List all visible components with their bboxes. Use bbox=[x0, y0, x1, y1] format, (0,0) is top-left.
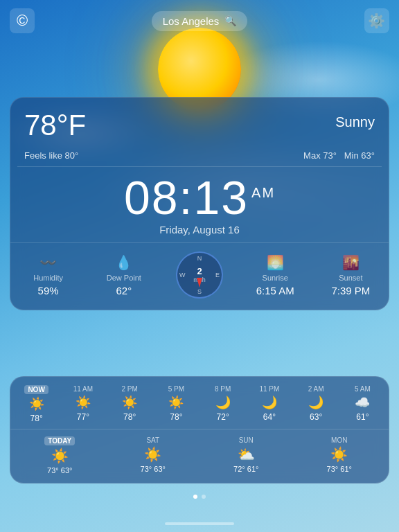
compass-west: W bbox=[179, 272, 186, 278]
dew-point-item: 💧 Dew Point 62° bbox=[86, 254, 161, 296]
compass-circle: N S E W 2 mph bbox=[176, 251, 223, 299]
sunset-item: 🌇 Sunset 7:39 PM bbox=[313, 254, 389, 296]
temp-range: Max 73° Min 63° bbox=[303, 150, 375, 161]
hourly-item: 8 PM🌙72° bbox=[200, 385, 246, 423]
sunrise-value: 6:15 AM bbox=[256, 285, 294, 296]
dew-point-label: Dew Point bbox=[107, 274, 141, 282]
hourly-item: 11 PM🌙64° bbox=[246, 385, 292, 423]
clock-section: 08:13AM Friday, August 16 bbox=[10, 167, 389, 242]
sunset-value: 7:39 PM bbox=[331, 285, 370, 296]
feels-like: Feels like 80° bbox=[24, 150, 78, 161]
sunset-icon: 🌇 bbox=[342, 254, 360, 271]
weather-card: 78°F Sunny Feels like 80° Max 73° Min 63… bbox=[10, 97, 389, 310]
hourly-item: 5 PM☀️78° bbox=[153, 385, 200, 423]
wind-needle bbox=[197, 278, 202, 287]
compass-south: S bbox=[197, 288, 202, 295]
sunrise-label: Sunrise bbox=[263, 274, 288, 282]
sunrise-item: 🌅 Sunrise 6:15 AM bbox=[238, 254, 313, 296]
home-bar bbox=[165, 522, 234, 525]
humidity-item: 〰️ Humidity 59% bbox=[10, 254, 86, 296]
clock-date: Friday, August 16 bbox=[24, 224, 375, 236]
dew-point-value: 62° bbox=[116, 285, 132, 296]
gear-icon: ⚙️ bbox=[368, 12, 385, 29]
page-dot-1 bbox=[193, 495, 197, 499]
humidity-value: 59% bbox=[38, 285, 59, 296]
daily-forecast-row: TODAY☀️73° 63°SAT☀️73° 63°SUN⛅72° 61°MON… bbox=[10, 429, 389, 483]
top-bar: © Los Angeles 🔍 ⚙️ bbox=[0, 8, 399, 33]
compass-east: E bbox=[215, 272, 220, 278]
current-temperature: 78°F bbox=[24, 109, 86, 142]
daily-item: SUN⛅72° 61° bbox=[200, 436, 293, 475]
location-bar[interactable]: Los Angeles 🔍 bbox=[152, 11, 248, 31]
card-top: 78°F Sunny bbox=[10, 98, 389, 148]
app-icon[interactable]: © bbox=[10, 8, 35, 33]
hourly-item: 5 AM☁️61° bbox=[339, 385, 386, 423]
hourly-item: 11 AM☀️77° bbox=[60, 385, 106, 423]
forecast-card: NOW☀️78°11 AM☀️77°2 PM☀️78°5 PM☀️78°8 PM… bbox=[10, 376, 389, 484]
hourly-item: NOW☀️78° bbox=[13, 385, 60, 423]
compass-north: N bbox=[197, 255, 202, 262]
wind-speed: 2 bbox=[197, 266, 202, 277]
feels-row: Feels like 80° Max 73° Min 63° bbox=[10, 148, 389, 166]
hourly-item: 2 AM🌙63° bbox=[293, 385, 339, 423]
daily-item: MON☀️73° 61° bbox=[293, 436, 387, 475]
settings-button[interactable]: ⚙️ bbox=[364, 8, 389, 33]
humidity-label: Humidity bbox=[33, 274, 63, 282]
location-text: Los Angeles bbox=[163, 15, 220, 27]
sunrise-icon: 🌅 bbox=[267, 254, 284, 271]
humidity-icon: 〰️ bbox=[39, 254, 57, 271]
hourly-item: 2 PM☀️78° bbox=[107, 385, 153, 423]
details-row: 〰️ Humidity 59% 💧 Dew Point 62° N S E W … bbox=[10, 242, 389, 310]
sunset-label: Sunset bbox=[339, 274, 362, 282]
page-dot-2 bbox=[202, 495, 206, 499]
clock-time: 08:13AM bbox=[24, 174, 375, 221]
daily-item: TODAY☀️73° 63° bbox=[13, 436, 107, 475]
dewpoint-icon: 💧 bbox=[115, 254, 132, 271]
compass: N S E W 2 mph bbox=[175, 250, 224, 300]
search-icon[interactable]: 🔍 bbox=[224, 15, 236, 26]
hourly-forecast-row: NOW☀️78°11 AM☀️77°2 PM☀️78°5 PM☀️78°8 PM… bbox=[10, 377, 389, 429]
daily-item: SAT☀️73° 63° bbox=[107, 436, 200, 475]
wind-item: N S E W 2 mph bbox=[161, 250, 237, 300]
clock-ampm: AM bbox=[251, 185, 275, 200]
page-indicator bbox=[193, 495, 206, 499]
weather-condition: Sunny bbox=[335, 109, 375, 130]
